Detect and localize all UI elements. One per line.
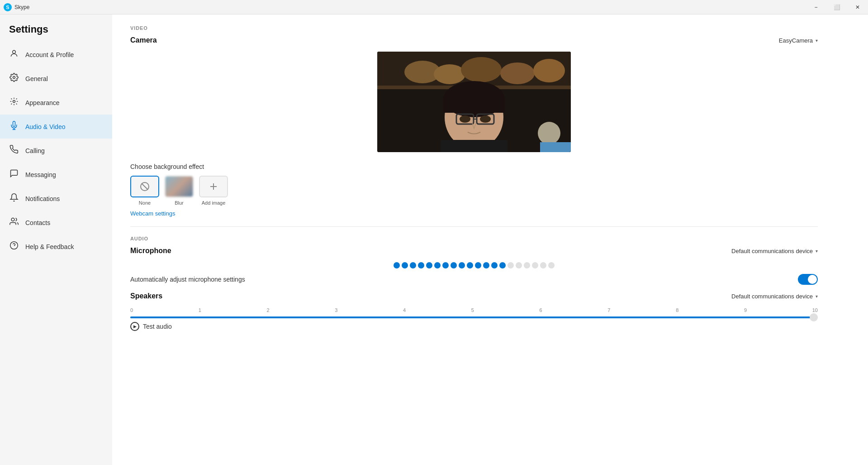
camera-device-dropdown[interactable]: EasyCamera ▾ — [779, 37, 818, 44]
contacts-icon — [9, 217, 19, 228]
svg-point-0 — [13, 50, 16, 53]
mic-dot-10 — [475, 262, 481, 268]
sidebar-item-help-label: Help & Feedback — [25, 243, 74, 250]
sidebar-item-general-label: General — [25, 75, 48, 82]
sidebar-item-account[interactable]: Account & Profile — [0, 43, 112, 67]
sidebar-item-notifications-label: Notifications — [25, 195, 60, 202]
speakers-slider-fill — [130, 316, 811, 318]
bg-effect-blur-label: Blur — [175, 200, 184, 206]
bg-effect-none[interactable]: None — [130, 176, 159, 206]
mic-chevron-icon: ▾ — [816, 249, 818, 254]
speakers-section: Speakers Default communications device ▾… — [130, 292, 818, 318]
svg-point-3 — [11, 218, 14, 221]
camera-preview-inner — [377, 52, 571, 152]
slider-label-2: 2 — [267, 307, 270, 313]
webcam-settings-link[interactable]: Webcam settings — [130, 210, 175, 217]
sidebar-item-calling[interactable]: Calling — [0, 139, 112, 163]
video-section-label: VIDEO — [130, 25, 818, 31]
sidebar-title: Settings — [0, 14, 112, 43]
slider-label-5: 5 — [471, 307, 474, 313]
minimize-button[interactable]: − — [806, 0, 826, 14]
sidebar-item-messaging[interactable]: Messaging — [0, 163, 112, 187]
microphone-label: Microphone — [130, 247, 171, 255]
play-icon: ▶ — [130, 322, 139, 331]
bg-effect-add-label: Add image — [202, 200, 226, 206]
auto-adjust-row: Automatically adjust microphone settings — [130, 274, 818, 285]
sidebar-item-general[interactable]: General — [0, 67, 112, 91]
bg-effect-none-label: None — [139, 200, 151, 206]
bg-effect-none-box — [130, 176, 159, 197]
bg-effect-label: Choose background effect — [130, 163, 818, 170]
svg-point-10 — [500, 62, 535, 84]
mic-dot-6 — [442, 262, 449, 268]
slider-label-0: 0 — [130, 307, 133, 313]
camera-label: Camera — [130, 36, 157, 44]
maximize-button[interactable]: ⬜ — [826, 0, 847, 14]
svg-point-8 — [434, 64, 465, 84]
mic-dot-14 — [508, 262, 514, 268]
slider-label-9: 9 — [744, 307, 747, 313]
mic-dot-15 — [516, 262, 522, 268]
mic-dot-12 — [491, 262, 498, 268]
svg-point-23 — [538, 122, 560, 144]
camera-preview — [377, 52, 571, 152]
mic-dot-0 — [394, 262, 400, 268]
svg-point-4 — [10, 242, 18, 249]
sidebar-item-appearance-label: Appearance — [25, 99, 60, 106]
sidebar-item-notifications[interactable]: Notifications — [0, 187, 112, 211]
bg-effect-blur[interactable]: Blur — [165, 176, 194, 206]
sidebar-item-messaging-label: Messaging — [25, 171, 56, 178]
speakers-device-dropdown[interactable]: Default communications device ▾ — [731, 293, 818, 300]
close-button[interactable]: ✕ — [847, 0, 868, 14]
speakers-slider-track — [130, 316, 818, 318]
slider-label-3: 3 — [335, 307, 337, 313]
add-icon — [208, 181, 219, 192]
microphone-device-dropdown[interactable]: Default communications device ▾ — [731, 248, 818, 254]
slider-labels: 0 1 2 3 4 5 6 7 8 9 10 — [130, 307, 818, 313]
mic-dot-8 — [459, 262, 465, 268]
sidebar-item-audio-video-label: Audio & Video — [25, 123, 65, 130]
bg-effects-row: None Blur Add image — [130, 176, 818, 206]
auto-adjust-toggle[interactable] — [798, 274, 818, 285]
account-icon — [9, 49, 19, 60]
chevron-down-icon: ▾ — [816, 38, 818, 43]
svg-point-19 — [460, 115, 470, 123]
sidebar: Settings Account & Profile General — [0, 0, 112, 465]
camera-device-label: EasyCamera — [779, 37, 813, 44]
slider-label-7: 7 — [607, 307, 610, 313]
main-panel: VIDEO Camera EasyCamera ▾ — [112, 0, 868, 465]
sidebar-item-help[interactable]: Help & Feedback — [0, 235, 112, 259]
svg-point-2 — [13, 101, 15, 103]
sidebar-item-audio-video[interactable]: Audio & Video — [0, 115, 112, 139]
titlebar-left: S Skype — [0, 3, 29, 11]
sidebar-item-appearance[interactable]: Appearance — [0, 91, 112, 115]
bg-effect-add[interactable]: Add image — [199, 176, 228, 206]
mic-dot-4 — [426, 262, 432, 268]
appearance-icon — [9, 97, 19, 108]
svg-point-1 — [13, 77, 15, 79]
sidebar-item-account-label: Account & Profile — [25, 51, 74, 58]
test-audio-label: Test audio — [143, 323, 172, 330]
calling-icon — [9, 145, 19, 156]
mic-dot-1 — [402, 262, 408, 268]
mic-level-indicator — [130, 262, 818, 268]
slider-label-4: 4 — [403, 307, 406, 313]
help-icon — [9, 241, 19, 252]
mic-dot-19 — [548, 262, 555, 268]
speakers-row: Speakers Default communications device ▾ — [130, 292, 818, 300]
messaging-icon — [9, 169, 19, 180]
audio-video-icon — [9, 121, 19, 132]
mic-dot-16 — [524, 262, 530, 268]
svg-rect-22 — [441, 140, 508, 152]
camera-row: Camera EasyCamera ▾ — [130, 36, 818, 44]
bg-effect-blur-box — [165, 176, 194, 197]
mic-dot-13 — [499, 262, 506, 268]
mic-dot-2 — [410, 262, 416, 268]
svg-point-20 — [480, 115, 491, 123]
svg-rect-15 — [443, 99, 505, 113]
microphone-row: Microphone Default communications device… — [130, 247, 818, 255]
auto-adjust-label: Automatically adjust microphone settings — [130, 276, 245, 283]
sidebar-item-contacts[interactable]: Contacts — [0, 211, 112, 235]
speakers-slider-thumb[interactable] — [810, 313, 818, 321]
test-audio-row[interactable]: ▶ Test audio — [130, 322, 818, 331]
